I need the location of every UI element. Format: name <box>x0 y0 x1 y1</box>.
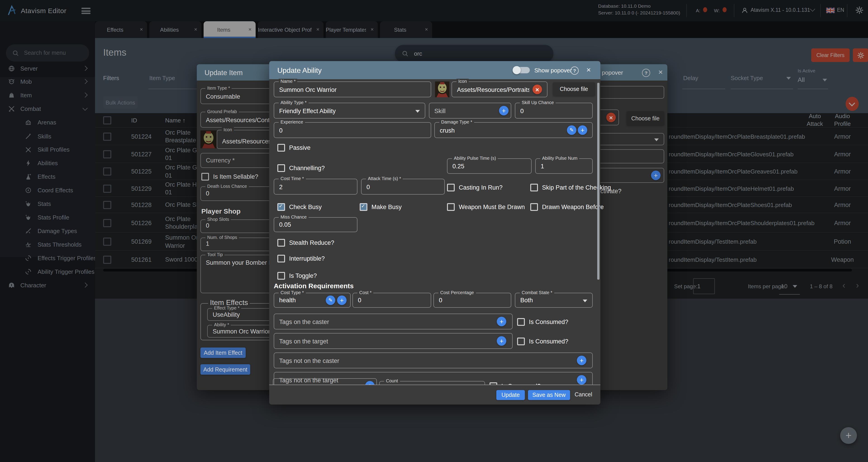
name-field[interactable]: Name * Summon Orc Warrior <box>274 82 431 97</box>
cost-field[interactable]: Cost * 0 <box>352 293 431 308</box>
add-skill-icon[interactable]: + <box>499 106 508 115</box>
add-tag-icon[interactable]: + <box>497 317 506 326</box>
clear-icon-button[interactable]: × <box>532 85 542 94</box>
drawn-weapon-before-checkbox[interactable]: Drawn Weapon Before <box>530 203 604 211</box>
show-popover-toggle[interactable] <box>514 67 530 73</box>
ability-icon-thumbnail <box>434 82 450 97</box>
ability-pulse-time-field[interactable]: Ability Pulse Time (s) 0.25 <box>447 158 532 174</box>
is-toggle-checkbox[interactable]: Is Toggle? <box>277 272 317 280</box>
cancel-button[interactable]: Cancel <box>575 392 592 398</box>
modal-footer: Update Save as New Cancel <box>269 384 600 404</box>
miss-chance-field[interactable]: Miss Chance 0.05 <box>274 217 358 232</box>
add-tag-icon[interactable]: + <box>497 336 506 346</box>
add-cost-type-icon[interactable]: + <box>337 296 347 305</box>
attack-time-field[interactable]: Attack Time (s) * 0 <box>361 179 445 194</box>
combat-state-select[interactable]: Combat State * Both <box>515 293 593 308</box>
stealth-reduce-checkbox[interactable]: Stealth Reduce? <box>277 239 334 247</box>
cost-time-field[interactable]: Cost Time * 2 <box>274 179 358 194</box>
check-busy-checkbox[interactable]: Check Busy <box>277 203 322 211</box>
tags-on-target-field[interactable]: Tags on the target <box>274 333 513 349</box>
channelling-checkbox[interactable]: Channelling? <box>277 164 325 172</box>
chevron-down-icon <box>415 110 420 113</box>
add-damage-type-icon[interactable]: + <box>578 125 587 135</box>
activation-requirements-heading: Activation Requirements <box>274 282 353 289</box>
update-button[interactable]: Update <box>496 390 525 400</box>
edit-damage-type-icon[interactable]: ✎ <box>567 125 577 135</box>
edit-cost-type-icon[interactable]: ✎ <box>326 296 335 305</box>
skill-up-chance-field[interactable]: Skill Up Chance 0 <box>515 103 593 119</box>
close-icon[interactable]: × <box>586 66 591 74</box>
casting-in-run-checkbox[interactable]: Casting In Run? <box>447 184 503 191</box>
save-as-new-button[interactable]: Save as New <box>528 390 570 400</box>
choose-file-button[interactable]: Choose file <box>553 82 595 96</box>
chevron-down-icon <box>583 299 587 302</box>
update-ability-modal: Update Ability Show popover ? × Name * S… <box>269 61 600 404</box>
help-icon[interactable]: ? <box>570 66 579 75</box>
update-ability-header: Update Ability Show popover ? × <box>269 61 600 79</box>
passive-checkbox[interactable]: Passive <box>277 144 311 152</box>
ability-pulse-num-field[interactable]: Ability Pulse Num 1 <box>535 158 593 174</box>
weapon-must-be-drawn-checkbox[interactable]: Weapon Must Be Drawn <box>447 203 525 211</box>
app-window: Atavism Editor Database: 10.11.0 DemoSer… <box>0 0 868 462</box>
is-consumed-checkbox[interactable]: Is Consumed? <box>517 338 568 345</box>
tags-on-caster-field[interactable]: Tags on the caster <box>274 314 513 330</box>
cost-percentage-field[interactable]: Cost Percentage 0 <box>433 293 511 308</box>
show-popover-label: Show popover <box>534 67 572 74</box>
make-busy-checkbox[interactable]: Make Busy <box>360 203 402 211</box>
add-tag-icon[interactable]: + <box>577 375 586 384</box>
add-tag-icon[interactable]: + <box>577 356 586 365</box>
tags-not-on-caster-field[interactable]: Tags not on the caster <box>274 352 593 368</box>
modal-title: Update Ability <box>277 66 322 75</box>
interruptible-checkbox[interactable]: Interruptible? <box>277 255 325 263</box>
ability-type-select[interactable]: Ability Type * Friendly Effect Ability <box>274 103 425 119</box>
experience-field[interactable]: Experience 0 <box>274 122 431 138</box>
is-consumed-checkbox[interactable]: Is Consumed? <box>517 318 568 326</box>
modal-vertical-scrollbar[interactable] <box>597 83 599 280</box>
